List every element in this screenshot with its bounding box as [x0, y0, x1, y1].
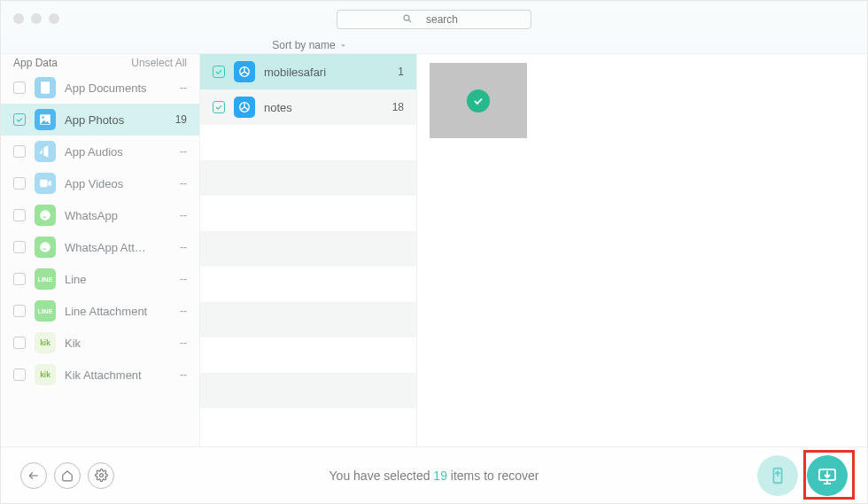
checkbox[interactable] [13, 368, 26, 381]
svg-text:kik: kik [40, 338, 50, 347]
sidebar-item-kik[interactable]: kikKik-- [1, 327, 199, 359]
nav-button-group [20, 462, 114, 489]
list-item-empty [200, 267, 416, 302]
sidebar-item-count: -- [180, 241, 187, 253]
svg-rect-5 [40, 180, 47, 187]
chevron-down-icon [339, 42, 347, 50]
sidebar-item-app-videos[interactable]: App Videos-- [1, 167, 199, 199]
list-item-empty [200, 408, 416, 444]
checkbox[interactable] [13, 209, 26, 221]
search-input[interactable] [337, 10, 531, 29]
sidebar-item-label: Kik Attachment [65, 368, 171, 382]
app-icon [234, 97, 255, 118]
checkbox[interactable] [13, 113, 26, 126]
main-area: App Data Unselect All App Documents--App… [1, 54, 867, 446]
sidebar: App Data Unselect All App Documents--App… [1, 54, 200, 446]
titlebar: Sort by name [1, 1, 867, 54]
check-icon [472, 95, 484, 107]
list-item[interactable]: mobilesafari1 [200, 54, 416, 89]
sidebar-item-label: WhatsApp [65, 209, 171, 222]
settings-button[interactable] [88, 462, 114, 489]
svg-text:LINE: LINE [37, 275, 52, 283]
sidebar-item-count: -- [180, 368, 187, 381]
app-icon [234, 61, 255, 82]
recover-to-computer-button[interactable] [807, 455, 848, 496]
sidebar-title: App Data [13, 57, 58, 69]
sidebar-item-app-audios[interactable]: App Audios-- [1, 136, 199, 167]
device-icon [768, 466, 787, 485]
checkbox[interactable] [13, 337, 26, 349]
close-dot[interactable] [13, 13, 24, 24]
svg-line-18 [244, 107, 248, 110]
list-item-empty [200, 373, 416, 408]
svg-point-6 [40, 210, 50, 221]
sidebar-item-label: App Videos [65, 177, 171, 190]
home-icon [61, 469, 74, 482]
app-name: mobilesafari [264, 66, 389, 79]
sidebar-item-line[interactable]: LINELine-- [1, 263, 199, 295]
window-controls [13, 13, 59, 24]
svg-line-15 [241, 72, 244, 74]
status-text: You have selected 19 items to recover [329, 469, 539, 483]
checkbox[interactable] [213, 66, 225, 78]
action-buttons [757, 455, 848, 496]
checkbox[interactable] [13, 273, 26, 285]
svg-line-14 [244, 72, 248, 74]
sidebar-item-label: App Photos [65, 113, 167, 127]
svg-rect-2 [41, 81, 50, 93]
sidebar-header: App Data Unselect All [1, 54, 199, 72]
list-item-empty [200, 196, 416, 231]
sidebar-item-label: Line Attachment [65, 305, 171, 318]
svg-point-21 [99, 474, 103, 477]
sidebar-item-whatsapp[interactable]: WhatsApp-- [1, 199, 199, 231]
checkbox[interactable] [13, 81, 26, 94]
sidebar-item-line-attachment[interactable]: LINELine Attachment-- [1, 295, 199, 327]
recover-to-device-button[interactable] [757, 455, 798, 496]
sidebar-item-app-documents[interactable]: App Documents-- [1, 72, 199, 104]
sort-label: Sort by name [272, 39, 335, 51]
sidebar-item-app-photos[interactable]: App Photos19 [1, 104, 199, 136]
sidebar-item-count: -- [180, 81, 187, 94]
sidebar-item-whatsapp-att-[interactable]: WhatsApp Att…-- [1, 231, 199, 263]
item-list: mobilesafari1notes18 [200, 54, 417, 446]
selected-count: 19 [433, 469, 447, 483]
list-item-empty [200, 337, 416, 373]
list-item-empty [200, 231, 416, 267]
checkbox[interactable] [13, 177, 26, 190]
list-item-empty [200, 160, 416, 196]
sidebar-item-count: -- [180, 273, 187, 285]
app-count: 18 [392, 101, 404, 113]
sidebar-item-count: -- [180, 305, 187, 317]
zoom-dot[interactable] [49, 13, 59, 24]
svg-point-7 [40, 242, 50, 252]
search-field[interactable] [337, 10, 531, 29]
gear-icon [95, 469, 108, 482]
sidebar-item-label: App Documents [65, 81, 171, 95]
back-button[interactable] [20, 462, 47, 489]
checkbox[interactable] [13, 305, 26, 317]
minimize-dot[interactable] [31, 13, 42, 24]
checkbox[interactable] [13, 145, 26, 158]
list-item-empty [200, 125, 416, 160]
sidebar-item-label: Kik [65, 337, 171, 350]
footer: You have selected 19 items to recover [1, 446, 867, 503]
svg-point-0 [404, 15, 409, 20]
svg-line-1 [409, 20, 412, 23]
sidebar-item-kik-attachment[interactable]: kikKik Attachment-- [1, 359, 199, 391]
preview-pane [417, 54, 867, 446]
checkmark-badge [467, 89, 490, 112]
svg-text:LINE: LINE [37, 307, 52, 315]
thumbnail[interactable] [430, 63, 527, 138]
sidebar-item-count: -- [180, 177, 187, 190]
home-button[interactable] [54, 462, 81, 489]
list-item-empty [200, 302, 416, 337]
unselect-all-link[interactable]: Unselect All [131, 57, 187, 69]
app-count: 1 [398, 66, 404, 78]
list-item[interactable]: notes18 [200, 89, 416, 125]
checkbox[interactable] [213, 101, 225, 113]
svg-point-4 [42, 116, 44, 119]
sidebar-item-label: WhatsApp Att… [65, 241, 171, 254]
checkbox[interactable] [13, 241, 26, 253]
app-name: notes [264, 101, 384, 114]
sort-dropdown[interactable]: Sort by name [201, 36, 418, 54]
